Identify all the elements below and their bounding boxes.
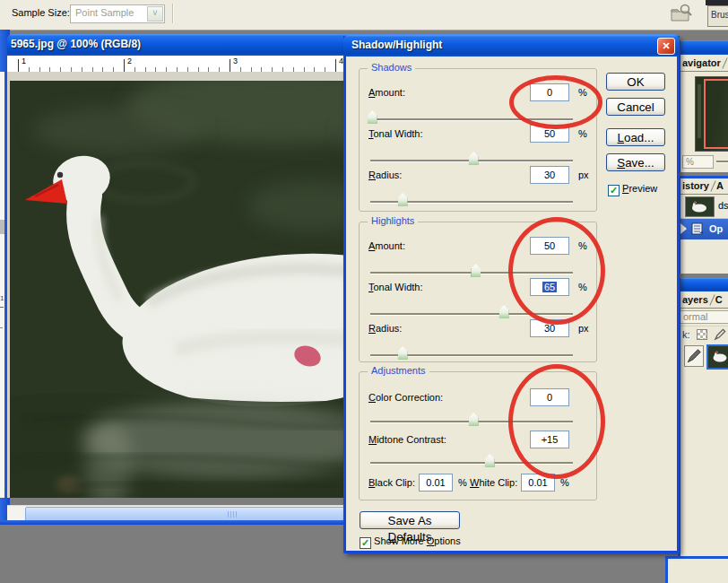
layers-tab-label: ayers xyxy=(682,294,708,305)
shadow-highlight-dialog: Shadow/Highlight ✕ Shadows Amount: 0 % T… xyxy=(343,36,680,553)
layer-row[interactable] xyxy=(680,344,728,370)
layer-paint-indicator xyxy=(684,345,704,367)
load-button[interactable]: Load... xyxy=(606,128,665,146)
slider-thumb[interactable] xyxy=(398,193,408,206)
navigator-tab-label: avigator xyxy=(682,57,721,68)
tab-navigator[interactable]: avigator xyxy=(680,55,728,72)
highlights-radius-label: Radius: xyxy=(368,323,402,334)
history-pointer-icon[interactable] xyxy=(680,223,687,234)
background-window-ruler: 1 xyxy=(0,72,4,498)
file-browser-button[interactable] xyxy=(669,3,694,25)
shadows-radius-label: Radius: xyxy=(368,170,402,180)
tab-divider xyxy=(710,180,715,191)
navigator-zoom-field[interactable]: % xyxy=(682,155,714,169)
shadows-tonal-width-label: Tonal Width: xyxy=(368,128,423,139)
white-clip-label: White Clip: xyxy=(470,477,517,488)
tab-history[interactable]: istoryA xyxy=(680,178,728,195)
navigator-zoom-slider[interactable] xyxy=(716,161,728,163)
sample-size-label: Sample Size: xyxy=(12,7,70,18)
lock-transparency-icon[interactable] xyxy=(697,329,707,340)
navigator-titlebar[interactable] xyxy=(680,40,728,55)
slider-thumb[interactable] xyxy=(485,454,495,467)
shadows-radius-input[interactable]: 30 xyxy=(530,166,569,184)
tab-brushes[interactable]: Brus xyxy=(707,5,728,27)
save-button[interactable]: Save... xyxy=(606,153,665,171)
tab-layers[interactable]: ayersC xyxy=(680,292,728,309)
vertical-ruler-tick-label: 1 xyxy=(0,294,4,302)
tab-divider xyxy=(722,57,727,68)
black-clip-unit: % xyxy=(458,477,467,488)
lock-label: k: xyxy=(682,329,690,340)
ruler-tick-2: 2 xyxy=(127,57,132,65)
shadows-tonal-width-slider[interactable] xyxy=(370,160,573,162)
layers-palette: ayersC ormal k: xyxy=(678,278,728,583)
toolbar-divider xyxy=(172,4,173,23)
photoshop-workspace: Sample Size: Point Sample ˅ Brus 1 5965.… xyxy=(0,0,728,583)
sample-size-value: Point Sample xyxy=(75,7,134,18)
close-button[interactable]: ✕ xyxy=(657,38,675,55)
lock-controls-row: k: xyxy=(680,326,728,344)
history-state-label: Op xyxy=(709,223,723,234)
midtone-contrast-label: Midtone Contrast: xyxy=(368,434,446,445)
close-icon: ✕ xyxy=(662,40,670,51)
save-as-defaults-button[interactable]: Save As Defaults xyxy=(360,511,460,529)
preview-checkbox-row[interactable]: ✓ Preview xyxy=(608,183,657,196)
document-title: 5965.jpg @ 100% (RGB/8) xyxy=(11,38,141,50)
slider-thumb[interactable] xyxy=(398,346,408,360)
chevron-down-icon[interactable]: ˅ xyxy=(147,6,163,22)
highlights-radius-slider[interactable] xyxy=(370,354,573,357)
channels-tab-label: C xyxy=(715,294,723,305)
actions-tab-label: A xyxy=(716,180,724,191)
history-tab-label: istory xyxy=(682,180,709,191)
dialog-title: Shadow/Highlight xyxy=(351,39,442,51)
brushes-tab-label: Brus xyxy=(711,10,728,20)
navigator-zoom-unit: % xyxy=(686,157,694,167)
history-state-icon xyxy=(690,222,705,238)
annotation-circle-adjustments xyxy=(508,364,605,479)
layers-titlebar[interactable] xyxy=(680,278,728,292)
adjustments-legend: Adjustments xyxy=(368,365,429,376)
slider-thumb[interactable] xyxy=(471,264,481,277)
blend-mode-dropdown[interactable]: ormal xyxy=(680,309,728,326)
slider-thumb[interactable] xyxy=(469,152,479,165)
history-snapshot-thumbnail[interactable] xyxy=(685,196,715,217)
black-clip-input[interactable]: 0.01 xyxy=(419,474,453,492)
navigator-thumbnail[interactable] xyxy=(695,76,728,152)
scrollbar-grip xyxy=(228,511,238,518)
palette-fragment-corner xyxy=(665,556,728,583)
ok-button[interactable]: OK xyxy=(606,73,665,91)
shadows-radius-unit: px xyxy=(578,170,589,180)
ruler-tick-1: 1 xyxy=(22,57,26,65)
ruler-tick-3: 3 xyxy=(233,57,238,65)
check-icon: ✓ xyxy=(610,185,618,196)
highlights-tonal-width-label: Tonal Width: xyxy=(368,282,423,292)
history-snapshot-row[interactable]: ds xyxy=(680,195,728,219)
layer-thumbnail[interactable] xyxy=(706,344,728,370)
shadows-radius-slider[interactable] xyxy=(370,201,573,204)
lock-paint-icon[interactable] xyxy=(714,328,726,343)
show-more-options-label: Show More Options xyxy=(374,535,461,546)
preview-checkbox[interactable]: ✓ xyxy=(608,185,620,196)
slider-thumb[interactable] xyxy=(469,413,479,426)
color-correction-label: Color Correction: xyxy=(368,392,443,403)
show-more-options-checkbox[interactable]: ✓ xyxy=(360,537,371,549)
cancel-button[interactable]: Cancel xyxy=(606,98,665,116)
tab-divider xyxy=(709,294,715,305)
annotation-circle-shadows-amount xyxy=(509,75,602,129)
dialog-titlebar[interactable]: Shadow/Highlight ✕ xyxy=(343,35,680,57)
annotation-circle-highlights xyxy=(508,217,605,325)
history-state-row-open[interactable]: Op xyxy=(680,219,728,239)
highlights-radius-unit: px xyxy=(578,323,589,334)
file-browser-icon xyxy=(669,3,694,25)
highlights-amount-label: Amount: xyxy=(368,240,405,251)
history-snapshot-label: ds xyxy=(718,200,728,211)
show-more-options-row[interactable]: ✓ Show More Options xyxy=(360,535,461,549)
highlights-legend: Highlights xyxy=(368,215,418,226)
slider-thumb[interactable] xyxy=(499,305,509,318)
navigator-palette: avigator % xyxy=(678,40,728,172)
preview-label: Preview xyxy=(622,183,657,194)
sample-size-dropdown[interactable]: Point Sample ˅ xyxy=(70,4,165,23)
navigator-view-box[interactable] xyxy=(704,79,728,149)
blend-mode-value: ormal xyxy=(680,310,728,324)
slider-thumb[interactable] xyxy=(368,110,377,124)
